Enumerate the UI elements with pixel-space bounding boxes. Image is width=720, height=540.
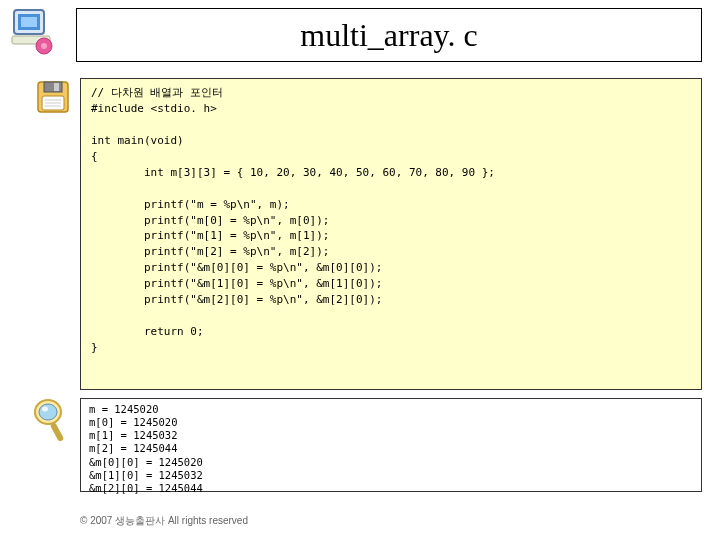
svg-point-14 [39,404,57,420]
magnifier-icon [30,398,70,446]
computer-icon [8,6,58,56]
svg-rect-7 [44,82,62,92]
svg-rect-8 [54,83,59,91]
svg-point-5 [41,43,47,49]
output-listing: m = 1245020 m[0] = 1245020 m[1] = 124503… [80,398,702,492]
page-title: multi_array. c [300,17,477,54]
slide: multi_array. c // 다차원 배열과 포인터 #include <… [0,0,720,540]
svg-point-15 [42,407,48,412]
code-listing: // 다차원 배열과 포인터 #include <stdio. h> int m… [80,78,702,390]
svg-rect-2 [21,17,37,27]
copyright-footer: © 2007 생능출판사 All rights reserved [80,514,248,528]
title-block: multi_array. c [76,8,702,62]
svg-rect-16 [50,422,65,442]
floppy-disk-icon [36,80,70,114]
